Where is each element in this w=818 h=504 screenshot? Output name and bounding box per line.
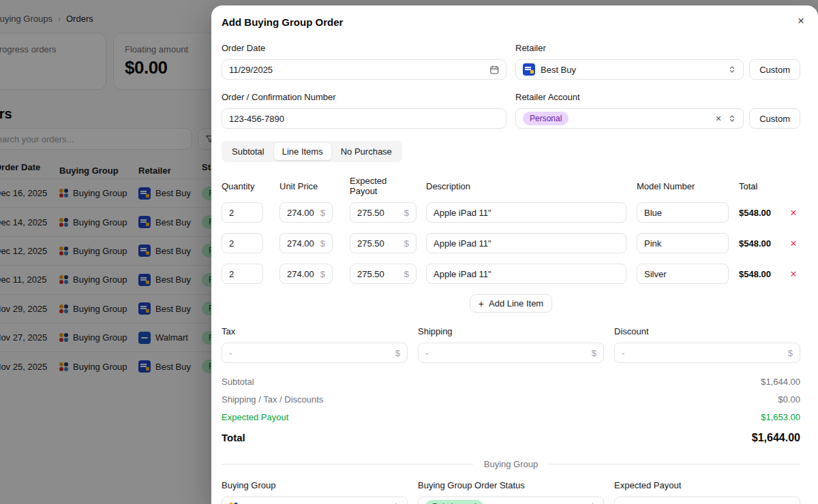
- summary-shipping-label: Shipping / Tax / Discounts: [222, 394, 323, 405]
- line-items-header: Quantity Unit Price Expected Payout Desc…: [222, 176, 800, 196]
- chevron-up-down-icon: [728, 65, 736, 74]
- header-unit-price: Unit Price: [279, 181, 333, 191]
- line-total: $548.00: [739, 238, 783, 249]
- retailer-account-select[interactable]: Personal ×: [515, 108, 744, 129]
- unit-price-input[interactable]: [287, 208, 316, 218]
- expected-payout-input[interactable]: [357, 269, 400, 279]
- buying-group-selected-value: Buying Group: [243, 502, 298, 504]
- discount-field: $: [614, 343, 800, 363]
- model-number-input[interactable]: [644, 269, 721, 279]
- header-total: Total: [739, 181, 783, 191]
- line-total: $548.00: [739, 208, 783, 218]
- retailer-label: Retailer: [515, 43, 800, 53]
- close-icon[interactable]: ×: [798, 16, 804, 26]
- add-line-item-label: Add Line Item: [489, 298, 543, 309]
- buying-group-label: Buying Group: [222, 480, 408, 490]
- quantity-input[interactable]: [229, 269, 256, 279]
- retailer-custom-button[interactable]: Custom: [749, 59, 800, 80]
- tax-field: $: [222, 343, 408, 363]
- shipping-input[interactable]: [425, 348, 588, 358]
- discount-label: Discount: [614, 326, 800, 336]
- discount-input[interactable]: [622, 348, 784, 358]
- summary-total-value: $1,644.00: [752, 432, 800, 444]
- summary-subtotal-label: Subtotal: [222, 377, 254, 387]
- order-status-badge: Reimbursed: [425, 500, 483, 504]
- dollar-suffix: $: [320, 238, 325, 249]
- order-type-tabs: Subtotal Line Items No Purchase: [222, 141, 402, 162]
- expected-payout-input[interactable]: [357, 208, 400, 218]
- header-expected-payout: Expected Payout: [350, 176, 416, 196]
- tab-line-items[interactable]: Line Items: [274, 143, 331, 160]
- dollar-suffix: $: [320, 269, 325, 279]
- summary-total: Total $1,644.00: [222, 432, 800, 444]
- retailer-account-badge: Personal: [523, 112, 569, 125]
- dollar-suffix: $: [404, 269, 409, 279]
- bottom-expected-payout-input[interactable]: [622, 502, 784, 504]
- summary-expected-payout: Expected Payout $1,653.00: [222, 412, 800, 422]
- buying-group-divider: Buying Group: [222, 459, 800, 469]
- model-number-input[interactable]: [644, 238, 721, 249]
- dollar-suffix: $: [404, 238, 409, 249]
- header-model-number: Model Number: [637, 181, 729, 191]
- plus-icon: +: [479, 298, 484, 309]
- tax-label: Tax: [222, 326, 408, 336]
- summary-subtotal: Subtotal $1,644.00: [222, 377, 800, 387]
- clear-icon[interactable]: ×: [716, 113, 721, 124]
- dollar-suffix: $: [395, 348, 400, 358]
- description-input[interactable]: [434, 208, 619, 218]
- summary-total-label: Total: [222, 432, 245, 444]
- retailer-account-label: Retailer Account: [515, 92, 800, 102]
- buying-group-select[interactable]: Buying Group: [222, 497, 408, 504]
- description-input[interactable]: [434, 238, 619, 249]
- calendar-icon[interactable]: [489, 65, 499, 75]
- order-date-label: Order Date: [222, 43, 506, 53]
- retailer-select[interactable]: Best Buy: [515, 59, 744, 80]
- dollar-suffix: $: [592, 348, 596, 358]
- tax-input[interactable]: [229, 348, 391, 358]
- chevron-up-down-icon: [728, 114, 736, 123]
- expected-payout-input[interactable]: [357, 238, 400, 249]
- summary-expected-payout-value: $1,653.00: [761, 412, 800, 422]
- remove-line-icon[interactable]: ✕: [790, 238, 798, 249]
- dollar-suffix: $: [404, 208, 409, 218]
- summary-shipping-value: $0.00: [778, 394, 800, 405]
- confirmation-number-label: Order / Confirmation Number: [222, 92, 506, 102]
- order-date-field: [222, 59, 506, 80]
- add-buying-group-order-modal: Add Buying Group Order × Order Date Reta…: [211, 5, 818, 504]
- model-number-input[interactable]: [644, 208, 721, 218]
- tab-no-purchase[interactable]: No Purchase: [333, 143, 400, 160]
- header-description: Description: [426, 181, 626, 191]
- summary-shipping: Shipping / Tax / Discounts $0.00: [222, 394, 800, 405]
- add-line-item-button[interactable]: + Add Line Item: [470, 294, 552, 313]
- summary-subtotal-value: $1,644.00: [761, 377, 800, 387]
- divider-label: Buying Group: [484, 459, 539, 469]
- bottom-expected-payout-field: $: [614, 497, 800, 504]
- header-quantity: Quantity: [222, 181, 263, 191]
- retailer-account-custom-button[interactable]: Custom: [749, 108, 800, 129]
- unit-price-input[interactable]: [287, 269, 316, 279]
- confirmation-number-input[interactable]: [229, 114, 499, 124]
- dollar-suffix: $: [320, 208, 325, 218]
- retailer-selected-value: Best Buy: [541, 65, 576, 75]
- order-status-label: Buying Group Order Status: [418, 480, 604, 490]
- remove-line-icon[interactable]: ✕: [790, 208, 798, 218]
- dollar-suffix: $: [788, 502, 793, 504]
- bestbuy-logo-icon: [523, 63, 535, 76]
- bottom-expected-payout-label: Expected Payout: [614, 480, 800, 490]
- line-item-row: $ $ $548.00 ✕: [222, 264, 800, 284]
- order-date-input[interactable]: [229, 65, 489, 75]
- order-status-select[interactable]: Reimbursed: [418, 497, 604, 504]
- confirmation-number-field: [222, 108, 506, 129]
- dollar-suffix: $: [788, 348, 793, 358]
- quantity-input[interactable]: [229, 208, 256, 218]
- shipping-field: $: [418, 343, 604, 363]
- unit-price-input[interactable]: [287, 238, 316, 249]
- tab-subtotal[interactable]: Subtotal: [224, 143, 273, 160]
- remove-line-icon[interactable]: ✕: [790, 269, 798, 279]
- quantity-input[interactable]: [229, 238, 256, 249]
- modal-title: Add Buying Group Order: [222, 16, 343, 28]
- description-input[interactable]: [434, 269, 619, 279]
- line-item-row: $ $ $548.00 ✕: [222, 202, 800, 223]
- line-total: $548.00: [739, 269, 783, 279]
- summary-expected-payout-label: Expected Payout: [222, 412, 288, 422]
